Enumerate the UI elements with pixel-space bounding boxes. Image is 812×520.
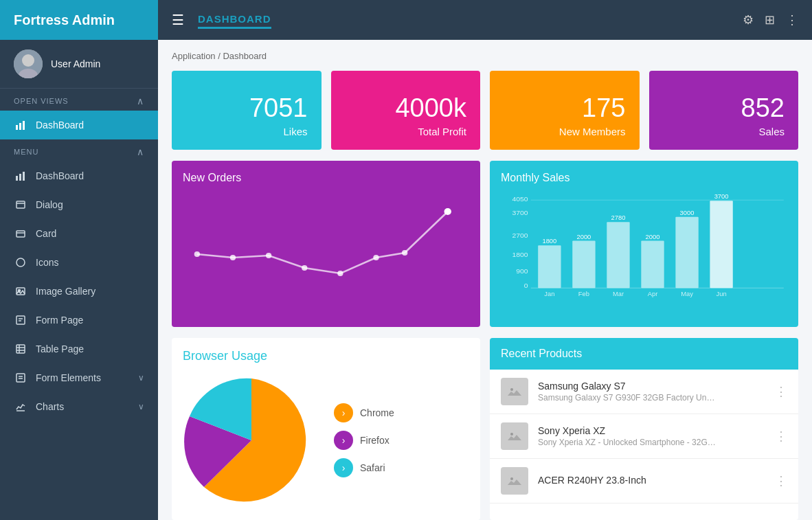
sidebar-item-label: Charts [36, 401, 64, 412]
sidebar-item-dialog[interactable]: Dialog [0, 190, 158, 219]
svg-point-29 [266, 253, 271, 258]
sidebar-title: Fortress Admin [14, 12, 115, 28]
recent-products-title: Recent Products [501, 348, 582, 359]
sidebar-username: User Admin [51, 58, 100, 69]
svg-text:3700: 3700 [714, 194, 729, 200]
svg-rect-3 [16, 125, 18, 130]
sidebar-item-label: DashBoard [36, 170, 84, 181]
product-info-2: Sony Xperia XZ Sony Xperia XZ - Unlocked… [538, 425, 775, 447]
svg-point-33 [402, 250, 407, 256]
svg-text:Jun: Jun [717, 291, 727, 297]
svg-point-13 [16, 258, 25, 267]
sidebar-item-card[interactable]: Card [0, 219, 158, 248]
svg-point-62 [510, 388, 513, 391]
chevron-open-views[interactable]: ∧ [137, 95, 144, 106]
stat-value-members: 175 [582, 94, 625, 123]
panels-row: New Orders Mo [172, 161, 798, 327]
settings-icon[interactable]: ⚙ [743, 12, 754, 27]
product-desc-2: Sony Xperia XZ - Unlocked Smartphone - 3… [538, 438, 717, 447]
circle-icon [14, 256, 27, 269]
more-vert-icon[interactable]: ⋮ [786, 12, 798, 27]
svg-text:2700: 2700 [512, 231, 528, 238]
svg-rect-4 [19, 123, 21, 130]
chevron-menu[interactable]: ∧ [137, 146, 144, 157]
bar-chart2-icon [14, 169, 27, 183]
sidebar-item-dashboard-open[interactable]: DashBoard [0, 111, 158, 139]
sidebar-item-form-elements[interactable]: Form Elements ∨ [0, 363, 158, 392]
product-item-3: ACER R240HY 23.8-Inch ⋮ [490, 459, 798, 504]
stat-value-sales: 852 [741, 94, 785, 123]
product-menu-3[interactable]: ⋮ [775, 473, 787, 488]
svg-rect-23 [16, 374, 25, 382]
sidebar-item-label: Table Page [36, 343, 84, 354]
section-menu: MENU ∧ [0, 139, 158, 161]
sidebar-item-charts[interactable]: Charts ∨ [0, 392, 158, 421]
sidebar-item-label: Dialog [36, 199, 63, 210]
svg-rect-19 [16, 345, 25, 353]
hamburger-icon[interactable]: ☰ [172, 12, 184, 28]
svg-point-66 [510, 477, 513, 480]
product-menu-2[interactable]: ⋮ [775, 429, 787, 444]
svg-point-32 [373, 255, 379, 260]
svg-point-28 [230, 255, 236, 260]
svg-rect-49 [641, 241, 664, 289]
topbar-tab-dashboard[interactable]: DASHBOARD [198, 11, 271, 29]
svg-rect-6 [16, 176, 18, 181]
svg-rect-47 [607, 222, 629, 288]
sidebar-item-form-page[interactable]: Form Page [0, 306, 158, 335]
svg-text:0: 0 [524, 282, 528, 289]
product-thumb-3 [501, 467, 528, 495]
stats-row: 7051 Likes 4000k Total Profit 175 New Me… [172, 71, 798, 150]
firefox-dot: › [334, 431, 353, 450]
product-menu-1[interactable]: ⋮ [775, 384, 787, 399]
product-info-1: Samsung Galaxy S7 Samsung Galaxy S7 G930… [538, 381, 775, 403]
sidebar: Fortress Admin User Admin OPEN VIEWS ∧ D… [0, 0, 158, 520]
svg-point-31 [337, 271, 343, 276]
product-thumb-1 [501, 378, 528, 405]
svg-text:May: May [681, 291, 693, 297]
browser-usage-title: Browser Usage [183, 349, 469, 363]
svg-rect-53 [710, 201, 732, 288]
browser-legend: › Chrome › Firefox › Safari [334, 403, 394, 477]
chrome-dot: › [334, 403, 353, 422]
grid-icon[interactable]: ⊞ [765, 12, 775, 27]
stat-label-likes: Likes [283, 126, 307, 137]
svg-text:3700: 3700 [512, 209, 528, 216]
safari-label: Safari [360, 462, 385, 473]
svg-rect-11 [16, 231, 25, 237]
sidebar-item-dashboard[interactable]: DashBoard [0, 161, 158, 190]
recent-products-header: Recent Products [490, 338, 798, 370]
card-icon [14, 227, 27, 240]
sidebar-item-label: Form Elements [36, 372, 101, 383]
svg-text:2780: 2780 [611, 215, 626, 221]
svg-text:3000: 3000 [680, 210, 695, 216]
sidebar-item-label: Icons [36, 257, 58, 268]
svg-rect-7 [19, 174, 21, 181]
page-content: Application / Dashboard 7051 Likes 4000k… [158, 40, 812, 520]
orders-chart [183, 192, 469, 316]
svg-point-27 [194, 251, 200, 257]
bottom-row: Browser Usage [172, 338, 798, 520]
svg-text:1800: 1800 [512, 251, 528, 258]
topbar-icons: ⚙ ⊞ ⋮ [743, 12, 798, 27]
svg-text:2000: 2000 [577, 234, 591, 240]
firefox-label: Firefox [360, 435, 390, 446]
sidebar-item-table-page[interactable]: Table Page [0, 335, 158, 363]
stat-value-likes: 7051 [249, 94, 308, 123]
svg-rect-9 [16, 201, 25, 208]
sidebar-item-image-gallery[interactable]: Image Gallery [0, 277, 158, 306]
stat-value-profit: 4000k [395, 94, 466, 123]
svg-point-34 [444, 208, 451, 215]
chart-line-icon [14, 400, 27, 414]
legend-chrome: › Chrome [334, 403, 394, 422]
product-item-1: Samsung Galaxy S7 Samsung Galaxy S7 G930… [490, 370, 798, 414]
sidebar-item-icons[interactable]: Icons [0, 248, 158, 277]
svg-text:1800: 1800 [542, 238, 556, 245]
svg-text:Jan: Jan [544, 291, 554, 297]
stat-label-members: New Members [559, 126, 626, 137]
svg-rect-5 [23, 121, 25, 130]
svg-rect-45 [572, 241, 595, 289]
svg-point-30 [302, 265, 307, 271]
pie-chart [183, 372, 320, 509]
svg-rect-8 [23, 172, 25, 181]
